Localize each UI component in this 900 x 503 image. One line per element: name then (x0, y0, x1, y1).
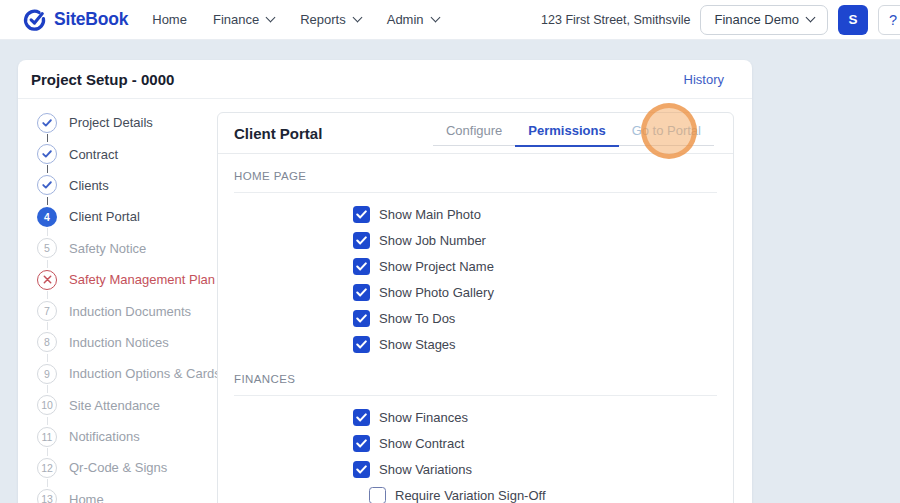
checkbox-checked[interactable] (353, 206, 370, 223)
stepper-step-site-attendance[interactable]: 10Site Attendance (18, 390, 216, 421)
tab-permissions[interactable]: Permissions (515, 123, 618, 147)
check-icon (356, 288, 367, 297)
stepper-step-notifications[interactable]: 11Notifications (18, 421, 216, 452)
checkbox-checked[interactable] (353, 232, 370, 249)
chevron-down-icon (806, 13, 816, 23)
checkbox-label: Show Job Number (379, 233, 486, 248)
stepper-step-clients[interactable]: Clients (18, 170, 216, 201)
step-number: 7 (44, 305, 50, 317)
step-error-circle (37, 270, 57, 290)
stepper-step-induction-notices[interactable]: 8Induction Notices (18, 327, 216, 358)
nav-item-label: Home (152, 12, 187, 27)
tab-go-to-portal[interactable]: Go to Portal (619, 123, 714, 145)
panel-title: Client Portal (234, 125, 322, 142)
check-icon (356, 340, 367, 349)
check-icon (356, 465, 367, 474)
check-icon (42, 119, 52, 127)
step-check-circle (37, 113, 57, 133)
checkbox-label: Show To Dos (379, 311, 455, 326)
checkbox-checked[interactable] (353, 336, 370, 353)
chevron-down-icon (352, 13, 362, 23)
checkbox-row-show-contract[interactable]: Show Contract (218, 430, 733, 456)
checkbox-label: Show Finances (379, 410, 468, 425)
user-avatar[interactable]: S (838, 5, 868, 35)
check-icon (42, 181, 52, 189)
checkbox-row-show-main-photo[interactable]: Show Main Photo (218, 201, 733, 227)
step-label: Site Attendance (69, 398, 160, 413)
stepper-step-safety-management-plan[interactable]: Safety Management Plan (18, 264, 216, 295)
checkbox-row-show-variations[interactable]: Show Variations (218, 456, 733, 482)
check-icon (356, 314, 367, 323)
stepper-step-contract[interactable]: Contract (18, 138, 216, 169)
step-label: Induction Documents (69, 304, 191, 319)
step-label: Notifications (69, 429, 140, 444)
header-right-cluster: 123 First Street, Smithsvile Finance Dem… (541, 5, 900, 35)
panel-tabs: ConfigurePermissionsGo to Portal (433, 120, 714, 146)
checkbox-checked[interactable] (353, 284, 370, 301)
checkbox-checked[interactable] (353, 310, 370, 327)
step-number-circle: 11 (37, 427, 57, 447)
step-number: 4 (44, 211, 50, 223)
checkbox-unchecked[interactable] (369, 487, 386, 503)
panel-body: HOME PAGEShow Main PhotoShow Job NumberS… (218, 154, 733, 503)
checkbox-row-show-photo-gallery[interactable]: Show Photo Gallery (218, 279, 733, 305)
x-icon (43, 275, 52, 284)
checkbox-label: Show Project Name (379, 259, 494, 274)
history-link[interactable]: History (684, 72, 724, 87)
step-label: Induction Notices (69, 335, 169, 350)
stepper-step-project-details[interactable]: Project Details (18, 107, 216, 138)
stepper-step-safety-notice[interactable]: 5Safety Notice (18, 233, 216, 264)
step-number-circle: 10 (37, 395, 57, 415)
panel-header: Client Portal ConfigurePermissionsGo to … (218, 113, 733, 154)
step-number-circle: 9 (37, 364, 57, 384)
checkbox-row-show-job-number[interactable]: Show Job Number (218, 227, 733, 253)
step-number-circle: 8 (37, 332, 57, 352)
step-number-circle: 13 (37, 489, 57, 503)
help-button[interactable]: ? (878, 5, 900, 35)
checkbox-label: Show Photo Gallery (379, 285, 494, 300)
tab-configure[interactable]: Configure (433, 123, 515, 145)
checkbox-checked[interactable] (353, 258, 370, 275)
nav-item-label: Reports (300, 12, 346, 27)
nav-item-home[interactable]: Home (152, 12, 187, 27)
top-header: SiteBook HomeFinanceReportsAdmin 123 Fir… (0, 0, 900, 40)
checkbox-row-show-project-name[interactable]: Show Project Name (218, 253, 733, 279)
step-label: Contract (69, 147, 118, 162)
step-number: 12 (41, 462, 53, 474)
main-nav: HomeFinanceReportsAdmin (152, 12, 438, 27)
checkbox-label: Show Stages (379, 337, 456, 352)
nav-item-label: Finance (213, 12, 259, 27)
client-portal-panel: Client Portal ConfigurePermissionsGo to … (217, 112, 734, 503)
checkbox-checked[interactable] (353, 409, 370, 426)
chevron-down-icon (266, 13, 276, 23)
stepper-step-qr-code-signs[interactable]: 12Qr-Code & Signs (18, 452, 216, 483)
step-number: 5 (44, 242, 50, 254)
checkbox-checked[interactable] (353, 435, 370, 452)
step-number: 8 (44, 336, 50, 348)
step-number-circle: 12 (37, 458, 57, 478)
step-number: 10 (41, 399, 53, 411)
checkbox-row-show-finances[interactable]: Show Finances (218, 404, 733, 430)
nav-item-reports[interactable]: Reports (300, 12, 361, 27)
nav-item-finance[interactable]: Finance (213, 12, 274, 27)
checkbox-row-require-variation-sign-off[interactable]: Require Variation Sign-Off (218, 482, 733, 503)
step-label: Safety Notice (69, 241, 146, 256)
section-rows: Show FinancesShow ContractShow Variation… (218, 396, 733, 503)
stepper-step-home[interactable]: 13Home (18, 484, 216, 503)
stepper-step-induction-options-cards[interactable]: 9Induction Options & Cards (18, 358, 216, 389)
brand-logo[interactable]: SiteBook (22, 7, 128, 32)
stepper-step-induction-documents[interactable]: 7Induction Documents (18, 295, 216, 326)
sitebook-logo-icon (22, 7, 47, 32)
org-selector-button[interactable]: Finance Demo (700, 5, 828, 35)
checkbox-row-show-to-dos[interactable]: Show To Dos (218, 305, 733, 331)
checkbox-row-show-stages[interactable]: Show Stages (218, 331, 733, 357)
card-title-row: Project Setup - 0000 History (18, 60, 752, 99)
stepper-step-client-portal[interactable]: 4Client Portal (18, 201, 216, 232)
check-icon (356, 439, 367, 448)
nav-item-admin[interactable]: Admin (387, 12, 439, 27)
step-number-circle: 4 (37, 207, 57, 227)
page-title: Project Setup - 0000 (31, 71, 174, 88)
check-icon (356, 210, 367, 219)
checkbox-checked[interactable] (353, 461, 370, 478)
org-selector-label: Finance Demo (714, 12, 799, 27)
